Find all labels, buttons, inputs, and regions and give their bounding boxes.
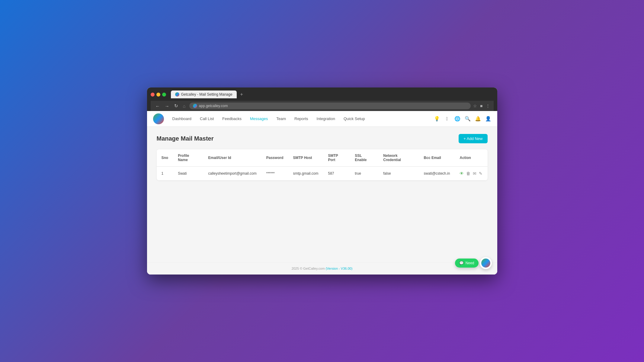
- top-nav: Dashboard Call List Feedbacks Messages T…: [147, 111, 497, 127]
- cell-ssl-enable: true: [350, 167, 378, 180]
- cell-password: ******: [261, 167, 288, 180]
- mail-master-table: Sno Profile Name Email/User Id Password …: [157, 149, 488, 180]
- active-tab[interactable]: Getcalley - Mail Setting Manage: [171, 91, 237, 98]
- back-button[interactable]: ←: [154, 103, 161, 109]
- calley-fab-button[interactable]: [480, 257, 492, 269]
- cell-action: 👁 🗑 ✉ ✎: [455, 167, 487, 180]
- email-icon[interactable]: ✉: [473, 171, 476, 176]
- apple-icon[interactable]: : [444, 116, 450, 122]
- nav-calllist[interactable]: Call List: [196, 115, 217, 123]
- close-button[interactable]: [151, 93, 155, 97]
- logo-icon: [153, 113, 164, 124]
- cell-sno: 1: [157, 167, 173, 180]
- nav-dashboard[interactable]: Dashboard: [169, 115, 195, 123]
- edit-icon[interactable]: ✎: [479, 171, 482, 176]
- col-bcc-email: Bcc Email: [419, 149, 455, 167]
- col-smtp-port: SMTP Port: [323, 149, 350, 167]
- tab-favicon-icon: [175, 92, 179, 97]
- col-sno: Sno: [157, 149, 173, 167]
- extension-icon[interactable]: ■: [480, 103, 482, 108]
- mail-master-table-container: Sno Profile Name Email/User Id Password …: [157, 149, 488, 180]
- page-header: Manage Mail Master + Add New: [157, 134, 488, 143]
- col-smtp-host: SMTP Host: [288, 149, 323, 167]
- whatsapp-button[interactable]: 💬 Need: [455, 259, 479, 268]
- nav-messages[interactable]: Messages: [246, 115, 271, 123]
- fullscreen-button[interactable]: [162, 93, 166, 97]
- col-email: Email/User Id: [203, 149, 261, 167]
- cell-profile-name: Swati: [173, 167, 203, 180]
- footer-version[interactable]: (Version - V36.00): [326, 267, 353, 270]
- col-profile-name: Profile Name: [173, 149, 203, 167]
- table-row: 1 Swati calleysheetimport@gmail.com ****…: [157, 167, 488, 180]
- col-password: Password: [261, 149, 288, 167]
- user-icon[interactable]: 👤: [485, 116, 491, 122]
- minimize-button[interactable]: [156, 93, 160, 97]
- cell-bcc-email: swati@cstech.in: [419, 167, 455, 180]
- refresh-button[interactable]: ↻: [173, 103, 179, 109]
- tab-bar: Getcalley - Mail Setting Manage +: [171, 91, 245, 98]
- traffic-lights: [151, 93, 166, 97]
- forward-button[interactable]: →: [164, 103, 171, 109]
- menu-icon[interactable]: ⋮: [486, 103, 490, 108]
- page-footer: 2025 © GetCalley.com (Version - V36.00): [147, 262, 497, 275]
- action-icons: 👁 🗑 ✉ ✎: [460, 171, 482, 176]
- nav-reports[interactable]: Reports: [291, 115, 312, 123]
- browser-nav-actions: ☆ ■ ⋮: [473, 103, 490, 108]
- address-text: app.getcalley.com: [199, 104, 228, 108]
- browser-nav: ← → ↻ ⌂ app.getcalley.com ☆ ■ ⋮: [151, 101, 494, 111]
- address-bar[interactable]: app.getcalley.com: [189, 103, 471, 109]
- nav-integration[interactable]: Integration: [313, 115, 339, 123]
- col-network-credential: Network Credential: [378, 149, 419, 167]
- tab-title: Getcalley - Mail Setting Manage: [181, 92, 232, 97]
- table-header-row: Sno Profile Name Email/User Id Password …: [157, 149, 488, 167]
- header-icons: 💡  🌐 🔍 🔔 👤: [434, 116, 491, 122]
- footer-text: 2025 © GetCalley.com: [292, 267, 325, 270]
- col-ssl-enable: SSL Enable: [350, 149, 378, 167]
- view-icon[interactable]: 👁: [460, 171, 464, 176]
- bookmark-icon[interactable]: ☆: [473, 103, 477, 108]
- delete-icon[interactable]: 🗑: [466, 171, 470, 176]
- chat-widget: 💬 Need: [455, 257, 492, 269]
- whatsapp-icon: 💬: [459, 261, 464, 265]
- whatsapp-label: Need: [466, 261, 474, 265]
- home-button[interactable]: ⌂: [182, 103, 187, 109]
- nav-quicksetup[interactable]: Quick Setup: [340, 115, 369, 123]
- cell-smtp-port: 587: [323, 167, 350, 180]
- search-icon[interactable]: 🔍: [465, 116, 471, 122]
- address-favicon-icon: [193, 104, 197, 108]
- col-action: Action: [455, 149, 487, 167]
- nav-feedbacks[interactable]: Feedbacks: [219, 115, 245, 123]
- page-content: Manage Mail Master + Add New Sno Profile…: [147, 127, 497, 262]
- lamp-icon[interactable]: 💡: [434, 116, 440, 122]
- cell-email: calleysheetimport@gmail.com: [203, 167, 261, 180]
- calley-fab-icon: [481, 259, 490, 268]
- bell-icon[interactable]: 🔔: [475, 116, 481, 122]
- nav-team[interactable]: Team: [273, 115, 290, 123]
- add-new-button[interactable]: + Add New: [459, 134, 487, 143]
- app-logo[interactable]: [153, 113, 164, 124]
- cell-network-credential: false: [378, 167, 419, 180]
- page-title: Manage Mail Master: [157, 135, 214, 142]
- cell-smtp-host: smtp.gmail.com: [288, 167, 323, 180]
- new-tab-button[interactable]: +: [239, 91, 245, 98]
- nav-links: Dashboard Call List Feedbacks Messages T…: [169, 115, 434, 123]
- globe-icon[interactable]: 🌐: [454, 116, 460, 122]
